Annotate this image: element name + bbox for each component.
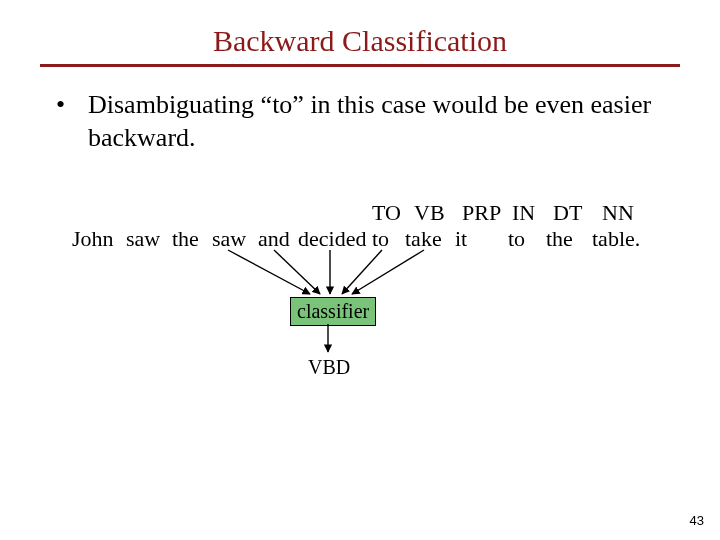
tag-it: PRP [462,200,501,226]
classifier-box: classifier [290,297,376,326]
slide-title: Backward Classification [0,24,720,58]
tag-the-2: DT [553,200,582,226]
svg-line-2 [274,250,320,294]
tag-take: VB [414,200,445,226]
tag-to-2: IN [512,200,535,226]
tag-table: NN [602,200,634,226]
w-saw-1: saw [126,226,160,252]
output-tag: VBD [308,356,350,379]
w-decided: decided [298,226,366,252]
page-number: 43 [690,513,704,528]
w-take: take [405,226,442,252]
w-table: table. [592,226,640,252]
w-john: John [72,226,114,252]
bullet-dot-icon: • [56,89,65,122]
w-the-1: the [172,226,199,252]
bullet-item: • Disambiguating “to” in this case would… [56,89,664,154]
w-to-1: to [372,226,389,252]
bullet-text: Disambiguating “to” in this case would b… [88,89,664,154]
svg-line-1 [228,250,310,294]
svg-line-4 [352,250,424,294]
tag-to-1: TO [372,200,401,226]
example-stage: TO VB PRP IN DT NN John saw the saw and … [0,200,720,400]
w-to-2: to [508,226,525,252]
w-the-2: the [546,226,573,252]
svg-line-3 [342,250,382,294]
w-and: and [258,226,290,252]
bullet-block: • Disambiguating “to” in this case would… [56,89,664,154]
title-rule [40,64,680,67]
w-it: it [455,226,467,252]
w-saw-2: saw [212,226,246,252]
